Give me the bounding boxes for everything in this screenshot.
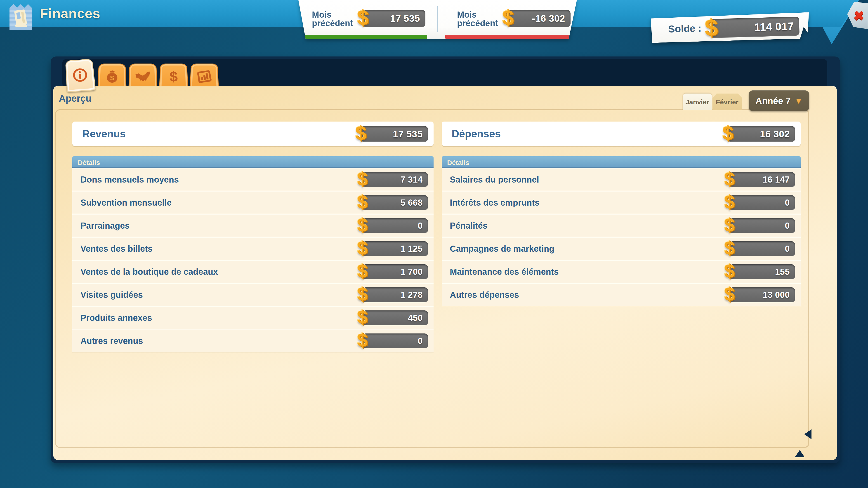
expenses-title: Dépenses (452, 128, 501, 140)
chevron-down-icon: ▼ (795, 97, 802, 106)
row-value-pill: 13 000 (729, 287, 795, 302)
month-tab-janvier[interactable]: Janvier (683, 94, 712, 110)
revenues-total: 17 535 (393, 129, 423, 139)
dollar-icon (357, 285, 368, 304)
table-row: Intérêts des emprunts 0 (442, 191, 801, 214)
finances-window: $ $ Aperçu (0, 0, 868, 488)
row-value: 0 (785, 198, 790, 207)
row-label: Parrainages (81, 221, 130, 231)
page-title: Aperçu (59, 93, 92, 104)
income-trend-bar (298, 35, 427, 39)
prev-month-income: Mois précédent 17 535 (292, 0, 437, 39)
dollar-icon (724, 285, 735, 304)
row-label: Intérêts des emprunts (450, 198, 539, 207)
table-row: Campagnes de marketing 0 (442, 237, 801, 260)
row-value-pill: 0 (362, 218, 428, 233)
month-tab-label: Janvier (685, 98, 709, 105)
bar-chart-icon (196, 69, 213, 84)
row-value-pill: 16 147 (729, 172, 795, 187)
row-value-pill: 1 700 (362, 264, 428, 279)
table-row: Parrainages 0 (72, 214, 434, 237)
dollar-icon (355, 123, 366, 143)
row-label: Subvention mensuelle (81, 198, 172, 207)
prev-month-expense: Mois précédent -16 302 (437, 0, 582, 39)
row-value: 0 (785, 244, 790, 254)
table-row: Salaires du personnel 16 147 (442, 168, 801, 191)
details-header: Détails (72, 156, 434, 168)
table-row: Maintenance des éléments 155 (442, 260, 801, 283)
row-value: 7 314 (401, 175, 423, 185)
row-value: 0 (785, 221, 790, 231)
table-row: Autres revenus 0 (72, 329, 434, 352)
balance-banner: Solde : 114 017 (651, 14, 809, 41)
dollar-icon (357, 262, 368, 281)
dollar-icon: $ (166, 69, 182, 84)
dollar-icon (724, 193, 735, 212)
details-header: Détails (442, 156, 801, 168)
stat-label: précédent (312, 20, 353, 28)
expenses-total-pill: 16 302 (727, 126, 795, 142)
revenues-title: Revenus (82, 128, 126, 140)
tab-overview[interactable] (65, 59, 96, 92)
stat-label: Mois (457, 11, 498, 20)
expenses-details: Détails Salaires du personnel 16 147 Int… (442, 156, 801, 306)
expenses-rows: Salaires du personnel 16 147 Intérêts de… (442, 168, 801, 306)
table-row: Autres dépenses 13 000 (442, 283, 801, 306)
dollar-icon (357, 7, 369, 28)
dollar-icon (357, 308, 368, 327)
expense-pill: -16 302 (507, 10, 570, 27)
row-value: 1 278 (401, 290, 423, 300)
row-label: Ventes des billets (81, 244, 153, 254)
stat-label: précédent (457, 20, 498, 28)
frame-notch-left (804, 429, 811, 439)
row-value-pill: 450 (362, 311, 428, 325)
row-value-pill: 7 314 (362, 172, 428, 187)
month-tab-fevrier[interactable]: Février (712, 94, 742, 110)
expense-trend-bar (445, 35, 578, 39)
close-icon: ✖ (854, 8, 864, 23)
row-label: Produits annexes (81, 313, 152, 323)
dollar-icon (724, 216, 735, 234)
balance-value: 114 017 (754, 20, 794, 34)
revenues-rows: Dons mensuels moyens 7 314 Subvention me… (72, 168, 434, 352)
row-value-pill: 0 (362, 333, 428, 348)
revenues-card: Revenus 17 535 (72, 122, 434, 146)
row-label: Autres dépenses (450, 290, 519, 300)
balance-pill: 114 017 (710, 17, 800, 38)
dollar-icon (705, 15, 718, 39)
revenues-details: Détails Dons mensuels moyens 7 314 Subve… (72, 156, 434, 352)
row-value-pill: 0 (729, 241, 795, 256)
stat-label: Mois (312, 11, 353, 20)
income-value: 17 535 (390, 13, 420, 24)
table-row: Ventes des billets 1 125 (72, 237, 434, 260)
row-value-pill: 0 (729, 195, 795, 210)
row-value: 450 (408, 313, 423, 323)
table-row: Visites guidées 1 278 (72, 283, 434, 306)
year-dropdown[interactable]: Année 7 ▼ (749, 90, 809, 111)
money-bag-icon: $ (104, 69, 120, 84)
month-summary-banner: Mois précédent 17 535 Mois précédent -16… (292, 0, 582, 39)
month-tab-label: Février (716, 98, 739, 105)
handshake-icon (135, 69, 151, 84)
row-label: Salaires du personnel (450, 175, 539, 185)
row-value-pill: 155 (729, 264, 795, 279)
table-row: Ventes de la boutique de cadeaux 1 700 (72, 260, 434, 283)
row-label: Dons mensuels moyens (81, 175, 179, 185)
revenues-total-pill: 17 535 (360, 126, 428, 142)
table-row: Produits annexes 450 (72, 306, 434, 329)
balance-label: Solde : (668, 23, 702, 35)
table-row: Dons mensuels moyens 7 314 (72, 168, 434, 191)
dollar-icon (357, 238, 368, 258)
dollar-icon (724, 238, 735, 258)
row-value-pill: 1 278 (362, 287, 428, 302)
row-label: Visites guidées (81, 290, 143, 300)
row-value-pill: 0 (729, 218, 795, 233)
row-value: 155 (775, 267, 790, 277)
dollar-icon (724, 262, 735, 281)
expenses-total: 16 302 (760, 129, 790, 139)
dollar-icon (357, 331, 368, 350)
year-dropdown-label: Année 7 (755, 96, 791, 106)
row-value: 0 (418, 336, 423, 346)
dollar-icon (357, 193, 368, 212)
table-row: Pénalités 0 (442, 214, 801, 237)
